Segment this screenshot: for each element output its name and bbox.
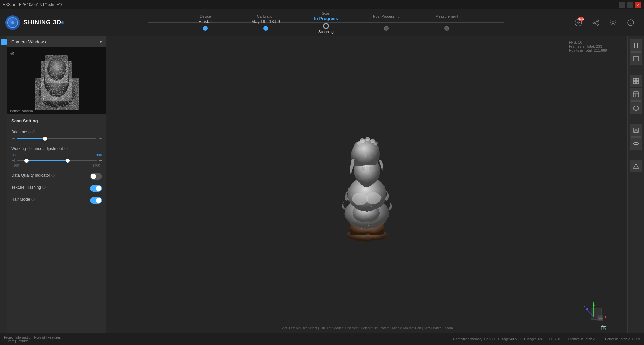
step-device[interactable]: Device Einstar [175,14,235,31]
rt-rect-button[interactable] [630,52,642,65]
rt-save-button[interactable] [630,124,642,137]
points-display: Points in Total: 211,669 [569,48,607,52]
camera-toggle-icon[interactable]: ▾ [100,39,102,44]
svg-text:Y: Y [593,300,595,303]
rt-group-3 [628,124,644,150]
step-scan-label: Scan [322,11,330,15]
svg-point-13 [47,57,66,81]
hair-mode-setting: Hair Mode ⓘ [11,197,102,204]
points-status: Points in Total: 211,669 [605,337,640,341]
data-quality-toggle[interactable] [90,173,102,180]
maximize-button[interactable]: □ [627,2,633,8]
screenshot-icon[interactable]: 📷 [601,324,608,330]
step-device-label: Device [200,14,211,18]
step-scan-sub: Scanning [318,30,334,34]
step-device-value: Einstar [199,19,212,24]
hair-mode-info-icon: ⓘ [31,197,35,202]
texture-flashing-setting: Texture Flashing ⓘ [11,185,102,192]
working-distance-setting: Working distance adjustment ⓘ 200 900 ⊣ … [11,146,102,167]
rt-group-1 [628,39,644,65]
step-cal-value: May.19 - 13:59 [251,19,280,24]
svg-point-3 [593,22,595,23]
svg-point-36 [374,185,375,185]
hair-mode-toggle[interactable] [90,197,102,204]
texture-flashing-label: Texture Flashing [11,185,41,190]
data-quality-knob [91,174,96,179]
svg-point-40 [351,194,352,195]
brightness-high-icon: ☀ [98,136,102,141]
settings-icon[interactable] [606,16,620,29]
scan-settings-panel: Scan Setting Brightness ⓘ ☀ ☀ [7,114,106,345]
brightness-info-icon: ⓘ [32,130,35,134]
svg-rect-59 [637,43,638,48]
svg-point-2 [597,20,599,21]
step-post-processing[interactable]: Post Processing - [356,14,417,31]
svg-point-42 [354,174,355,174]
texture-flashing-toggle[interactable] [90,185,102,192]
range-fill [26,160,68,161]
range-right-icon: ⊢ [99,158,102,163]
rt-scene-button[interactable] [630,88,642,101]
brightness-label: Brightness [11,130,31,134]
logo-icon [5,15,20,30]
hair-mode-label: Hair Mode [11,197,30,202]
titlebar: EXStar - E:/E10/0517/1/1.sln_E10_ir — □ … [0,0,644,9]
share-icon[interactable] [589,16,602,29]
rt-pause-button[interactable] [630,39,642,52]
camera-image [7,47,106,114]
svg-rect-58 [634,43,635,48]
svg-line-5 [595,21,597,23]
data-quality-label: Data Quality Indicator [11,173,50,178]
step-meas-dot [444,26,449,31]
svg-point-4 [597,24,599,25]
svg-rect-71 [634,131,638,133]
range-thumb-right[interactable] [66,159,70,163]
step-meas-value: - [446,19,447,24]
svg-point-33 [357,141,361,145]
step-scan[interactable]: Scan In Progress Scanning [296,11,356,34]
brightness-thumb[interactable] [43,137,47,141]
minimize-button[interactable]: — [619,2,625,8]
svg-point-34 [374,141,377,145]
viewport[interactable]: X Y Z Front Shift+Left Mouse: Select | C… [106,36,627,345]
rt-warning-button[interactable] [630,160,642,172]
svg-point-38 [360,203,361,204]
axes-widget: X Y Z Front [580,298,607,325]
left-sidebar-thin [0,36,7,345]
camera-label: Bottom camera [10,109,33,113]
svg-point-43 [377,175,378,176]
camera-zoom-icon[interactable]: ⊕ [10,50,14,56]
rt-eye-button[interactable] [630,137,642,150]
svg-text:Z: Z [584,306,585,309]
svg-point-28 [361,167,365,171]
svg-point-7 [612,22,614,24]
svg-text:Front: Front [599,317,604,319]
rt-table-button[interactable] [630,75,642,87]
svg-point-74 [636,168,636,168]
svg-rect-65 [633,92,639,97]
rt-model-button[interactable] [630,101,642,114]
title-text: EXStar - E:/E10/0517/1/1.sln_E10_ir [3,2,619,7]
brightness-slider[interactable] [17,138,96,139]
svg-point-15 [65,70,66,71]
status-right: FPS: 10 Frames in Total: 233 Points in T… [549,337,640,341]
svg-text:⚙: ⚙ [577,21,580,25]
step-cal-dot [263,26,268,31]
range-thumb-left[interactable] [24,159,29,163]
help-icon[interactable]: ? [624,16,637,29]
step-measurement[interactable]: Measurement - [417,14,477,31]
step-calibration[interactable]: Calibration May.19 - 13:59 [235,14,296,31]
sidebar-tab-1[interactable] [1,39,7,45]
working-distance-slider[interactable] [17,160,97,161]
svg-point-37 [365,156,366,157]
left-panel: Camera Windows ▾ ⊕ [7,36,106,345]
svg-point-39 [371,206,372,207]
step-scan-value: In Progress [314,16,338,21]
notifications-icon[interactable]: ⚙ NEW [572,16,585,29]
close-button[interactable]: ✕ [635,2,641,8]
camera-view-svg [18,51,95,111]
window-controls: — □ ✕ [619,2,641,8]
brightness-slider-row: ☀ ☀ [11,136,102,141]
fps-display: FPS: 10 [569,40,607,44]
svg-point-35 [357,181,358,182]
